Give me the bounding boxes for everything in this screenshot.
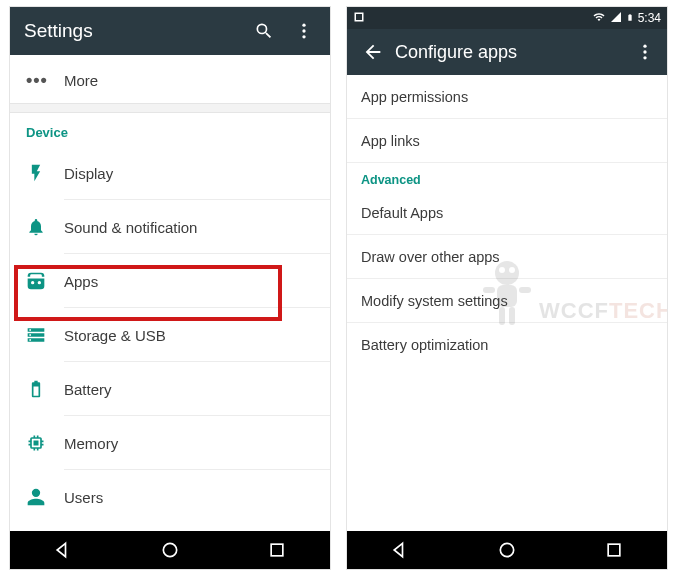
row-label: Apps [64,273,98,290]
system-navbar [10,531,330,569]
overflow-menu-icon[interactable] [625,32,665,72]
row-label: App links [361,133,420,149]
row-draw-over-apps[interactable]: Draw over other apps [347,235,667,279]
battery-status-icon [626,11,634,26]
nav-home-button[interactable] [477,531,537,569]
display-icon [26,163,64,183]
search-icon[interactable] [244,11,284,51]
settings-row-memory[interactable]: Memory [10,416,330,470]
user-icon [26,487,64,507]
overflow-menu-icon[interactable] [284,11,324,51]
row-label: Memory [64,435,118,452]
screenshot-icon [353,11,365,25]
appbar-title: Settings [24,20,244,42]
row-label: Storage & USB [64,327,166,344]
settings-row-battery[interactable]: Battery [10,362,330,416]
nav-back-button[interactable] [370,531,430,569]
svg-point-8 [643,50,646,53]
section-divider [10,103,330,113]
row-label: Sound & notification [64,219,197,236]
nav-recents-button[interactable] [584,531,644,569]
appbar-title: Configure apps [395,42,625,63]
system-navbar [347,531,667,569]
signal-icon [610,11,622,25]
row-label: Battery [64,381,112,398]
svg-rect-6 [356,14,362,20]
row-label: Default Apps [361,205,443,221]
nav-back-button[interactable] [33,531,93,569]
svg-point-0 [302,24,305,27]
settings-row-storage[interactable]: Storage & USB [10,308,330,362]
memory-icon [26,433,64,453]
settings-row-display[interactable]: Display [10,146,330,200]
nav-recents-button[interactable] [247,531,307,569]
storage-icon [26,325,64,345]
row-app-links[interactable]: App links [347,119,667,163]
svg-point-18 [500,543,513,556]
settings-row-more[interactable]: ••• More [10,57,330,103]
row-label: Draw over other apps [361,249,500,265]
svg-point-7 [643,45,646,48]
row-label: More [64,72,98,89]
settings-row-apps[interactable]: Apps [10,254,330,308]
row-label: Battery optimization [361,337,488,353]
configure-list: App permissions App links Advanced Defau… [347,75,667,367]
section-header-advanced: Advanced [347,163,667,191]
settings-row-users[interactable]: Users [10,470,330,524]
clock-text: 5:34 [638,11,661,25]
back-arrow-icon[interactable] [351,30,395,74]
appbar-settings: Settings [10,7,330,55]
svg-rect-19 [608,544,620,556]
svg-point-2 [302,35,305,38]
settings-row-sound[interactable]: Sound & notification [10,200,330,254]
row-label: App permissions [361,89,468,105]
more-icon: ••• [26,70,64,91]
settings-list: ••• More Device Display Sound & notifica… [10,55,330,524]
phone-settings: Settings ••• More Device Display Sound &… [9,6,331,570]
row-app-permissions[interactable]: App permissions [347,75,667,119]
svg-rect-4 [271,544,283,556]
svg-point-1 [302,29,305,32]
row-label: Modify system settings [361,293,508,309]
svg-point-3 [163,543,176,556]
appbar-configure: Configure apps [347,29,667,75]
status-bar: 5:34 [347,7,667,29]
row-modify-system[interactable]: Modify system settings [347,279,667,323]
svg-point-9 [643,56,646,59]
apps-icon [26,271,64,291]
row-label: Users [64,489,103,506]
battery-icon [26,379,64,399]
wifi-icon [592,11,606,25]
section-header-device: Device [10,113,330,146]
phone-configure-apps: 5:34 Configure apps App permissions App … [346,6,668,570]
row-default-apps[interactable]: Default Apps [347,191,667,235]
row-label: Display [64,165,113,182]
nav-home-button[interactable] [140,531,200,569]
bell-icon [26,217,64,237]
row-battery-optimization[interactable]: Battery optimization [347,323,667,367]
